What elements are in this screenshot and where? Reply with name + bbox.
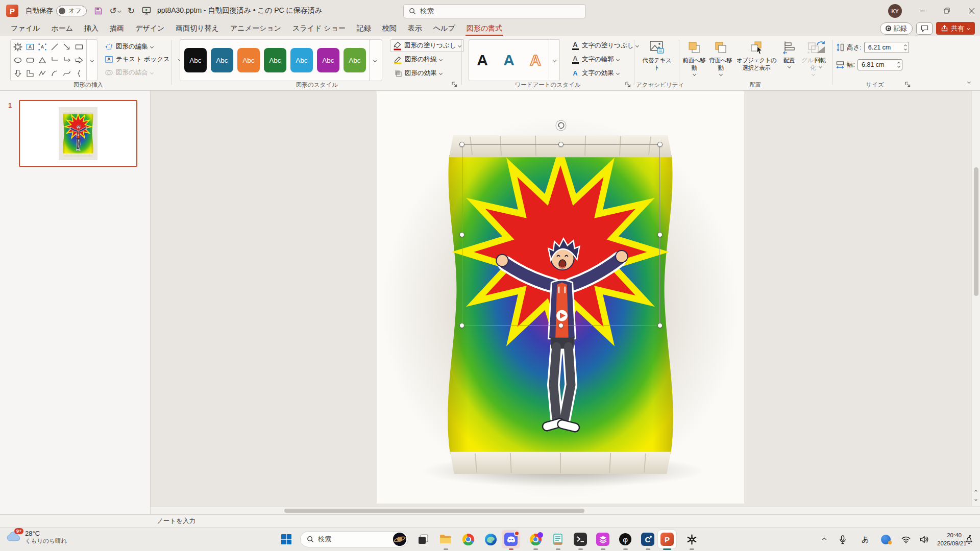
shape-style-swatch[interactable]: Abc xyxy=(344,48,366,72)
next-slide-button[interactable] xyxy=(972,496,979,503)
shape-style-more-icon[interactable] xyxy=(369,40,380,81)
microphone-tray-icon[interactable] xyxy=(839,528,846,551)
ime-indicator[interactable]: あ xyxy=(862,528,869,551)
horizontal-scroll-thumb[interactable] xyxy=(284,509,584,513)
comments-button[interactable] xyxy=(916,22,933,35)
shape-oval-icon[interactable] xyxy=(12,54,24,67)
selection-pane-button[interactable]: オブジェクトの選択と表示 xyxy=(734,40,778,72)
wordart-more-icon[interactable] xyxy=(549,40,559,81)
alt-text-button[interactable]: 代替テキスト xyxy=(641,40,673,72)
shape-style-swatch[interactable]: Abc xyxy=(317,48,339,72)
close-button[interactable] xyxy=(960,0,980,21)
notepad-icon[interactable] xyxy=(550,532,566,547)
record-button[interactable]: 記録 xyxy=(880,22,913,35)
taskbar-search-box[interactable]: 検索 xyxy=(300,531,408,547)
shape-down-arrow-icon[interactable] xyxy=(12,67,24,80)
slide-thumbnail[interactable] xyxy=(19,100,137,167)
shape-textbox-icon[interactable] xyxy=(24,40,36,54)
tab-shape-format[interactable]: 図形の書式 xyxy=(461,21,508,36)
text-effects-button[interactable]: A 文字の効果 xyxy=(569,67,622,80)
resize-handle-nw[interactable] xyxy=(459,142,464,147)
tab-slideshow[interactable]: スライド ショー xyxy=(287,21,351,36)
chrome-profile-icon[interactable] xyxy=(528,532,543,547)
resize-handle-ne[interactable] xyxy=(657,142,663,147)
shape-arc-icon[interactable] xyxy=(48,67,61,80)
shape-freeform-icon[interactable] xyxy=(36,67,48,80)
task-view-button[interactable] xyxy=(415,532,431,547)
resize-handle-se[interactable] xyxy=(657,323,663,328)
start-button[interactable] xyxy=(279,532,294,547)
restore-button[interactable] xyxy=(935,0,959,21)
share-button[interactable]: 共有 xyxy=(936,22,975,35)
clock[interactable]: 20:40 2025/09/21 xyxy=(937,532,962,547)
shape-line-icon[interactable] xyxy=(48,40,61,54)
vertical-scrollbar[interactable] xyxy=(971,91,980,506)
tab-home[interactable]: ホーム xyxy=(45,21,79,36)
shape-style-swatch[interactable]: Abc xyxy=(264,48,286,72)
file-explorer-icon[interactable] xyxy=(438,532,453,547)
tray-expand-button[interactable] xyxy=(823,528,826,551)
rotate-handle-icon[interactable] xyxy=(555,119,567,132)
avatar[interactable]: KY xyxy=(888,4,902,18)
tab-design[interactable]: デザイン xyxy=(130,21,170,36)
resize-handle-e[interactable] xyxy=(657,232,663,237)
shape-elbow-connector-icon[interactable] xyxy=(48,54,61,67)
merge-shapes-button[interactable]: 図形の結合 xyxy=(102,66,156,79)
shape-fill-button[interactable]: 図形の塗りつぶし xyxy=(390,39,464,52)
notes-button[interactable]: ノートを入力 xyxy=(157,517,195,525)
width-input[interactable]: 6.81 cm xyxy=(857,59,902,70)
shape-gallery-more-icon[interactable] xyxy=(86,40,97,81)
slide-canvas[interactable] xyxy=(377,91,744,504)
shape-right-arrow-icon[interactable] xyxy=(73,54,85,67)
search-box[interactable]: 検索 xyxy=(403,4,586,18)
previous-slide-button[interactable] xyxy=(972,488,979,494)
tab-animations[interactable]: アニメーション xyxy=(225,21,287,36)
shape-style-swatch[interactable]: Abc xyxy=(237,48,260,72)
edit-shape-button[interactable]: 図形の編集 xyxy=(102,40,156,53)
shape-rectangle-icon[interactable] xyxy=(73,40,85,54)
start-slideshow-icon[interactable] xyxy=(142,7,151,15)
send-backward-button[interactable]: 背面へ移動 xyxy=(708,40,733,76)
bring-forward-button[interactable]: 前面へ移動 xyxy=(681,40,707,76)
align-button[interactable]: 配置 xyxy=(779,40,799,68)
weather-widget[interactable]: 9+ 28°C くもりのち晴れ xyxy=(6,530,67,545)
chrome-icon[interactable] xyxy=(460,532,476,547)
text-outline-button[interactable]: A 文字の輪郭 xyxy=(569,53,622,66)
resize-handle-w[interactable] xyxy=(459,232,464,237)
shape-elbow-arrow-connector-icon[interactable] xyxy=(61,54,73,67)
resize-handle-sw[interactable] xyxy=(459,323,464,328)
shape-gallery[interactable] xyxy=(10,39,97,81)
tab-review[interactable]: 校閲 xyxy=(377,21,402,36)
height-input[interactable]: 6.21 cm xyxy=(864,42,909,53)
phi-app-icon[interactable]: φ xyxy=(618,532,633,547)
powerpoint-taskbar-icon[interactable]: P xyxy=(659,532,675,547)
rotate-button[interactable]: 回転 xyxy=(810,40,830,68)
powerpoint-app-icon[interactable]: P xyxy=(6,5,18,17)
shape-starburst-icon[interactable] xyxy=(12,40,24,54)
c-launcher-icon[interactable]: C xyxy=(640,532,655,547)
shape-line-arrow-icon[interactable] xyxy=(61,40,73,54)
tab-transitions[interactable]: 画面切り替え xyxy=(170,21,225,36)
autosave-toggle[interactable]: オフ xyxy=(56,6,87,16)
resize-handle-s[interactable] xyxy=(558,323,564,328)
text-fill-button[interactable]: A 文字の塗りつぶし xyxy=(569,39,641,52)
wordart-style-blue[interactable]: A xyxy=(496,52,522,69)
wordart-style-black[interactable]: A xyxy=(469,52,496,69)
horizontal-scrollbar[interactable] xyxy=(151,506,980,514)
tab-record[interactable]: 記録 xyxy=(351,21,377,36)
vertical-scroll-thumb[interactable] xyxy=(974,167,978,296)
tab-help[interactable]: ヘルプ xyxy=(428,21,461,36)
saturn-search-highlight-icon[interactable] xyxy=(393,533,406,546)
shape-triangle-icon[interactable] xyxy=(36,54,48,67)
edge-icon[interactable] xyxy=(483,532,498,547)
tab-insert[interactable]: 挿入 xyxy=(79,21,104,36)
shape-vertical-textbox-icon[interactable] xyxy=(36,40,48,54)
chatgpt-icon[interactable] xyxy=(684,532,699,547)
layers-app-icon[interactable] xyxy=(595,532,610,547)
blue-globe-app-tray-icon[interactable] xyxy=(881,528,891,551)
minimize-button[interactable] xyxy=(911,0,934,21)
shape-outline-button[interactable]: 図形の枠線 xyxy=(391,53,445,66)
shape-rounded-rectangle-icon[interactable] xyxy=(24,54,36,67)
resize-handle-n[interactable] xyxy=(558,142,564,147)
shape-corner-icon[interactable] xyxy=(24,67,36,80)
